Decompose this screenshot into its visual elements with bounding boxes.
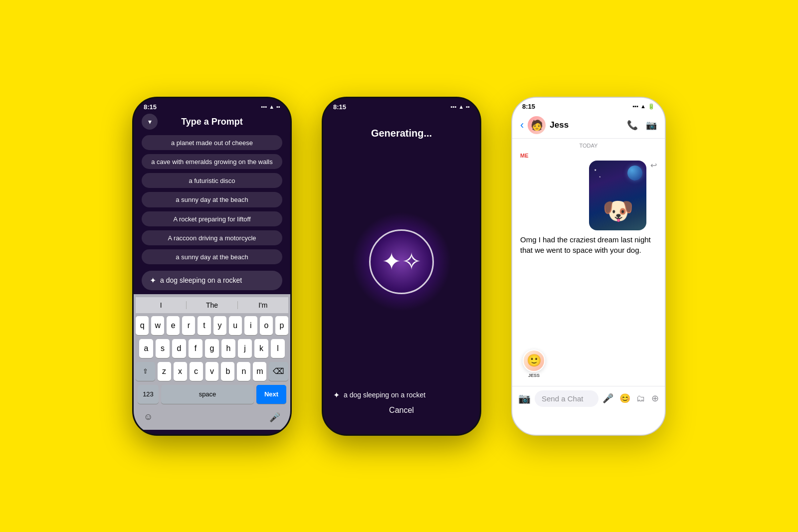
prompt-input-row[interactable]: ✦ a dog sleeping on a rocket [142,271,282,290]
kb-key-g[interactable]: g [205,339,219,358]
back-button[interactable]: ▾ [142,114,158,130]
chat-body: TODAY ME ★ ★ 🐶 ↩ Omg I had the craziest … [512,139,665,411]
kb-key-z[interactable]: z [158,362,171,381]
suggestion-chip-5[interactable]: A rocket preparing for liftoff [142,211,282,226]
today-label: TODAY [512,143,665,149]
kb-key-i[interactable]: i [244,316,257,335]
kb-next-key[interactable]: Next [256,385,286,404]
status-icons-3: ▪▪▪ ▲ 🔋 [632,103,655,110]
sticker-icon[interactable]: 🗂 [636,393,645,404]
kb-key-n[interactable]: n [237,362,250,381]
battery-icon-2: ▪▪ [466,104,470,110]
camera-icon[interactable]: 📷 [518,392,531,404]
emoji-icon[interactable]: ☺ [144,412,153,423]
kb-key-t[interactable]: t [198,316,210,335]
suggestion-chip-2[interactable]: a cave with emeralds growing on the wall… [142,154,282,169]
prompt-title: Type a Prompt [181,117,243,127]
sparkle-icon-2: ✦ [333,390,340,400]
suggestion-chip-3[interactable]: a futuristic disco [142,173,282,188]
suggestion-chip-1[interactable]: a planet made out of cheese [142,135,282,150]
kb-emoji-row: ☺ 🎤 [136,408,288,425]
chat-input-bar: 📷 Send a Chat 🎤 😊 🗂 ⊕ [512,386,665,411]
chat-message-text: Omg I had the craziest dream last night … [520,234,657,255]
generating-title: Generating... [371,128,432,139]
time-3: 8:15 [522,103,535,110]
jess-face-emoji: 🙂 [527,354,542,367]
chat-input-field[interactable]: Send a Chat [535,390,598,407]
glow-ring: ✦✧ [369,229,434,294]
me-label: ME [512,153,665,159]
kb-shift-key[interactable]: ⇧ [136,362,155,381]
status-bar-3: 8:15 ▪▪▪ ▲ 🔋 [512,98,665,112]
kb-num-key[interactable]: 123 [138,385,159,404]
glow-container: ✦✧ [323,139,480,384]
cancel-button[interactable]: Cancel [323,406,480,415]
back-arrow-icon[interactable]: ‹ [520,119,524,132]
kb-key-f[interactable]: f [189,339,202,358]
battery-icon-3: 🔋 [648,103,655,110]
kb-key-w[interactable]: w [151,316,164,335]
phone-call-icon[interactable]: 📞 [627,120,638,131]
prompt-header: ▾ Type a Prompt [134,113,290,133]
kb-key-r[interactable]: r [182,316,195,335]
kb-key-l[interactable]: l [271,339,285,358]
kb-row-3: ⇧ z x c v b n m ⌫ [136,362,288,381]
battery-icon: ▪▪ [276,104,280,110]
phone-1: 8:15 ▪▪▪ ▲ ▪▪ ▾ Type a Prompt a planet m… [132,97,292,436]
suggestion-chip-4[interactable]: a sunny day at the beach [142,192,282,207]
kb-key-p[interactable]: p [275,316,288,335]
mic-icon[interactable]: 🎤 [269,412,280,423]
kb-key-k[interactable]: k [254,339,268,358]
status-bar-2: 8:15 ▪▪▪ ▲ ▪▪ [323,98,480,113]
suggestion-chip-6[interactable]: A raccoon driving a motorcycle [142,230,282,245]
kb-key-h[interactable]: h [221,339,235,358]
star-icon-2: ★ [599,176,601,178]
kb-key-o[interactable]: o [260,316,273,335]
kb-key-c[interactable]: c [190,362,203,381]
wifi-icon: ▲ [269,104,274,110]
phone-2: 8:15 ▪▪▪ ▲ ▪▪ Generating... ✦✧ ✦ a dog s… [322,97,481,436]
wifi-icon-2: ▲ [458,104,464,110]
kb-key-q[interactable]: q [136,316,149,335]
kb-key-s[interactable]: s [156,339,170,358]
phone1-content: ▾ Type a Prompt a planet made out of che… [134,113,290,430]
kb-delete-key[interactable]: ⌫ [269,362,288,381]
kb-suggest-1[interactable]: I [136,301,187,309]
emoji-chat-icon[interactable]: 😊 [619,393,630,404]
sent-image: ★ ★ 🐶 [589,161,646,230]
video-call-icon[interactable]: 📷 [646,120,657,131]
dog-icon: 🐶 [602,196,633,225]
suggestions-area: a planet made out of cheese a cave with … [134,133,290,267]
kb-key-d[interactable]: d [172,339,186,358]
kb-key-b[interactable]: b [221,362,234,381]
contact-avatar: 🧑 [528,116,546,134]
kb-suggest-3[interactable]: I'm [238,301,288,309]
prompt-input-text[interactable]: a dog sleeping on a rocket [160,276,274,284]
chat-header-icons: 📞 📷 [627,120,657,131]
chat-messages: ★ ★ 🐶 ↩ Omg I had the craziest dream las… [512,161,665,350]
mic-chat-icon[interactable]: 🎤 [602,393,613,404]
kb-key-y[interactable]: y [213,316,226,335]
kb-suggest-2[interactable]: The [187,301,237,309]
add-icon[interactable]: ⊕ [651,393,659,404]
status-icons-2: ▪▪▪ ▲ ▪▪ [451,104,470,110]
phone-3: 8:15 ▪▪▪ ▲ 🔋 ‹ 🧑 Jess 📞 📷 TODAY ME ★ [511,97,666,436]
contact-name: Jess [550,120,623,130]
share-icon[interactable]: ↩ [650,161,657,170]
avatar-face: 🧑 [531,119,543,131]
kb-row-bottom: 123 space Next [136,385,288,404]
kb-space-key[interactable]: space [161,385,254,404]
kb-key-a[interactable]: a [139,339,153,358]
jess-sticker: 🙂 JESS [520,350,548,382]
kb-key-m[interactable]: m [253,362,266,381]
kb-key-u[interactable]: u [229,316,242,335]
signal-icon-2: ▪▪▪ [451,104,457,110]
prompt-display-text: a dog sleeping on a rocket [344,391,425,399]
signal-icon-3: ▪▪▪ [632,103,638,109]
kb-key-v[interactable]: v [205,362,219,381]
suggestion-chip-7[interactable]: a sunny day at the beach [142,249,282,264]
kb-key-e[interactable]: e [167,316,180,335]
kb-key-x[interactable]: x [174,362,187,381]
chevron-down-icon: ▾ [148,118,152,126]
kb-key-j[interactable]: j [238,339,252,358]
